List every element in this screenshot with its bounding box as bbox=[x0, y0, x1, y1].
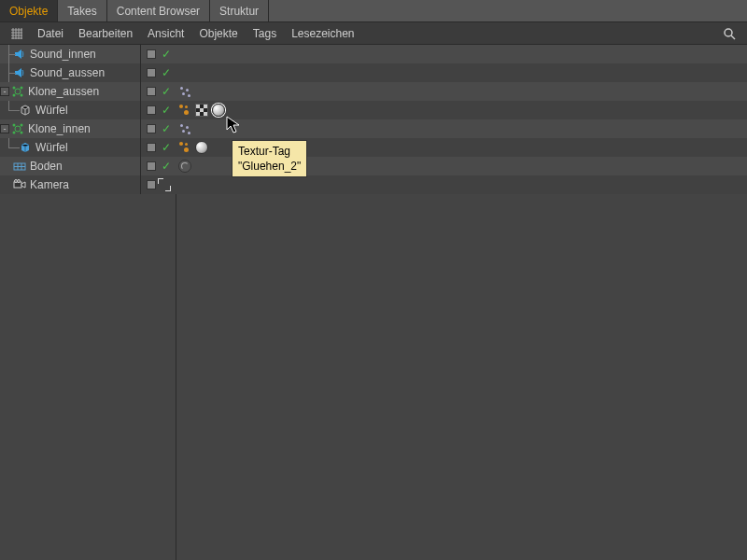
search-icon[interactable] bbox=[715, 22, 743, 44]
svg-point-7 bbox=[15, 126, 21, 132]
object-row[interactable]: - Klone_innen ✓ bbox=[0, 119, 747, 138]
effector-tag-icon[interactable] bbox=[178, 122, 191, 135]
camera-icon bbox=[13, 178, 26, 191]
layer-visibility-icon[interactable] bbox=[147, 87, 156, 96]
texture-tag-icon[interactable] bbox=[195, 104, 208, 117]
object-manager: Sound_innen ✓ Sound_aussen ✓ - bbox=[0, 45, 747, 560]
viewport-tag-icon[interactable] bbox=[158, 178, 171, 191]
panel-tabs: Objekte Takes Content Browser Struktur bbox=[0, 0, 747, 22]
object-row[interactable]: Kamera bbox=[0, 175, 747, 194]
texture-tag-icon[interactable] bbox=[195, 141, 208, 154]
layer-visibility-icon[interactable] bbox=[147, 49, 156, 59]
object-label: Sound_innen bbox=[30, 48, 96, 61]
tab-struktur[interactable]: Struktur bbox=[210, 0, 269, 21]
svg-point-10 bbox=[13, 132, 16, 134]
floor-icon bbox=[13, 160, 26, 173]
layer-visibility-icon[interactable] bbox=[147, 68, 156, 77]
object-label: Boden bbox=[30, 160, 63, 173]
texture-tag-icon[interactable] bbox=[212, 104, 225, 117]
svg-point-8 bbox=[13, 124, 16, 127]
svg-point-5 bbox=[13, 94, 16, 97]
menu-bearbeiten[interactable]: Bearbeiten bbox=[71, 22, 140, 44]
enabled-check-icon[interactable]: ✓ bbox=[162, 105, 171, 116]
enabled-check-icon[interactable]: ✓ bbox=[162, 161, 171, 172]
cursor-icon bbox=[226, 116, 241, 134]
cloner-icon bbox=[11, 85, 24, 98]
tooltip-line: "Gluehen_2" bbox=[238, 159, 301, 174]
menu-bar: Datei Bearbeiten Ansicht Objekte Tags Le… bbox=[0, 22, 747, 45]
enabled-check-icon[interactable]: ✓ bbox=[162, 67, 171, 78]
tooltip: Textur-Tag "Gluehen_2" bbox=[232, 140, 307, 177]
tab-objekte[interactable]: Objekte bbox=[0, 0, 58, 21]
svg-point-6 bbox=[21, 94, 23, 97]
svg-point-9 bbox=[21, 124, 23, 127]
object-row[interactable]: Sound_innen ✓ bbox=[0, 45, 747, 63]
compositing-tag-icon[interactable] bbox=[178, 160, 191, 173]
tree-collapse-icon[interactable]: - bbox=[0, 87, 9, 96]
svg-point-11 bbox=[21, 132, 23, 134]
object-label: Klone_innen bbox=[28, 122, 91, 135]
enabled-check-icon[interactable]: ✓ bbox=[162, 142, 171, 153]
svg-rect-16 bbox=[14, 182, 21, 188]
effector-tag-icon[interactable] bbox=[178, 85, 191, 98]
menu-objekte[interactable]: Objekte bbox=[191, 22, 245, 44]
tooltip-line: Textur-Tag bbox=[238, 144, 301, 159]
tab-takes[interactable]: Takes bbox=[58, 0, 106, 21]
selection-tag-icon[interactable] bbox=[178, 104, 191, 117]
svg-point-3 bbox=[13, 87, 16, 90]
cube-icon bbox=[19, 104, 32, 117]
tab-content-browser[interactable]: Content Browser bbox=[107, 0, 210, 21]
enabled-check-icon[interactable]: ✓ bbox=[162, 86, 171, 97]
svg-point-2 bbox=[15, 89, 21, 94]
object-row[interactable]: Würfel ✓ bbox=[0, 101, 747, 119]
panel-options-icon[interactable] bbox=[4, 22, 30, 44]
object-label: Sound_aussen bbox=[30, 66, 105, 79]
svg-point-18 bbox=[18, 180, 21, 183]
svg-point-0 bbox=[725, 29, 732, 36]
object-row[interactable]: - Klone_aussen ✓ bbox=[0, 82, 747, 101]
tree-collapse-icon[interactable]: - bbox=[0, 124, 9, 133]
object-label: Klone_aussen bbox=[28, 85, 99, 98]
menu-tags[interactable]: Tags bbox=[246, 22, 284, 44]
cloner-icon bbox=[11, 122, 24, 135]
enabled-check-icon[interactable]: ✓ bbox=[162, 123, 171, 134]
svg-line-1 bbox=[731, 35, 735, 39]
menu-ansicht[interactable]: Ansicht bbox=[140, 22, 191, 44]
cube-icon bbox=[19, 141, 32, 154]
selection-tag-icon[interactable] bbox=[178, 141, 191, 154]
object-row[interactable]: Würfel ✓ bbox=[0, 138, 747, 157]
menu-datei[interactable]: Datei bbox=[30, 22, 71, 44]
object-row[interactable]: Boden ✓ bbox=[0, 157, 747, 175]
menu-lesezeichen[interactable]: Lesezeichen bbox=[284, 22, 361, 44]
object-label: Kamera bbox=[30, 178, 69, 191]
object-row[interactable]: Sound_aussen ✓ bbox=[0, 63, 747, 82]
layer-visibility-icon[interactable] bbox=[147, 124, 156, 133]
svg-point-4 bbox=[21, 87, 23, 90]
layer-visibility-icon[interactable] bbox=[147, 180, 156, 189]
layer-visibility-icon[interactable] bbox=[147, 105, 156, 115]
layer-visibility-icon[interactable] bbox=[147, 161, 156, 171]
enabled-check-icon[interactable]: ✓ bbox=[162, 49, 171, 60]
object-label: Würfel bbox=[35, 141, 68, 154]
object-label: Würfel bbox=[35, 104, 68, 117]
layer-visibility-icon[interactable] bbox=[147, 143, 156, 152]
